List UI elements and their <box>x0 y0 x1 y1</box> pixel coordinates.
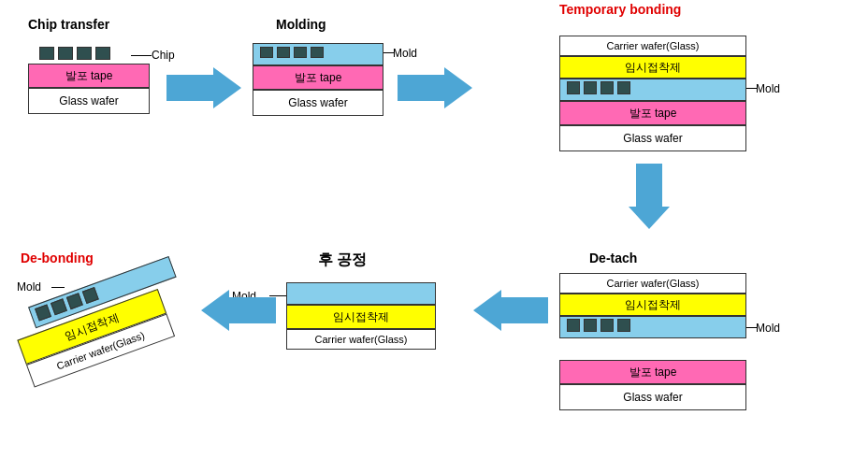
chip-transfer-title: Chip transfer <box>28 17 109 32</box>
hg-adhesive-layer: 임시접착제 <box>286 305 436 329</box>
dt-adhesive-layer: 임시접착제 <box>559 294 746 316</box>
svg-marker-2 <box>629 164 670 229</box>
arrow-2 <box>398 67 472 108</box>
arrow-left-1 <box>427 290 548 331</box>
chip-3 <box>77 47 92 60</box>
dt-chip-4 <box>617 319 630 332</box>
db-chip-1 <box>35 305 51 322</box>
arrow-down <box>629 164 670 229</box>
tb-mold-label: Mold <box>756 82 780 95</box>
hg-mold-layer <box>286 282 436 305</box>
ct-glass-layer: Glass wafer <box>28 88 150 114</box>
arrow-1 <box>166 67 241 108</box>
mol-foam-layer: 발포 tape <box>253 65 383 90</box>
de-bonding-title: De-bonding <box>21 251 94 265</box>
tb-adhesive-layer: 임시접착제 <box>559 56 746 79</box>
mol-chips <box>260 47 324 58</box>
mol-chip-1 <box>260 47 273 58</box>
tb-chip-3 <box>600 81 614 94</box>
dt-foam-layer: 발포 tape <box>559 360 746 384</box>
mol-mold-pointer <box>383 52 395 53</box>
arrow-left-2 <box>173 290 276 331</box>
process-diagram: Chip transfer Chip 발포 tape Glass wafer M… <box>0 0 868 473</box>
dt-chips <box>567 319 630 332</box>
db-chip-4 <box>82 287 99 304</box>
tb-glass-layer: Glass wafer <box>559 125 746 151</box>
dt-mold-label: Mold <box>756 322 780 335</box>
chip-pointer-line <box>131 55 152 56</box>
molding-title: Molding <box>276 17 326 32</box>
svg-marker-3 <box>473 290 548 331</box>
mol-chip-2 <box>277 47 290 58</box>
db-chip-2 <box>51 298 67 315</box>
chip-2 <box>58 47 73 60</box>
de-tach-title: De-tach <box>589 251 637 265</box>
svg-marker-0 <box>166 67 241 108</box>
chip-label: Chip <box>152 49 175 62</box>
mol-chip-4 <box>311 47 324 58</box>
tb-chip-1 <box>567 81 580 94</box>
tb-carrier-layer: Carrier wafer(Glass) <box>559 36 746 56</box>
svg-marker-1 <box>398 67 472 108</box>
chip-squares <box>39 47 110 60</box>
mol-glass-layer: Glass wafer <box>253 90 383 116</box>
dt-glass-layer: Glass wafer <box>559 384 746 410</box>
temp-bonding-title: Temporary bonding <box>559 2 681 17</box>
db-chip-3 <box>66 293 83 309</box>
hu-gongjeong-title: 후 공정 <box>318 251 367 270</box>
dt-mold-pointer <box>746 327 758 328</box>
dt-carrier-layer: Carrier wafer(Glass) <box>559 273 746 294</box>
tb-foam-layer: 발포 tape <box>559 101 746 125</box>
tb-chips <box>567 81 630 94</box>
dt-chip-1 <box>567 319 580 332</box>
db-mold-pointer <box>51 287 65 288</box>
mol-chip-3 <box>294 47 307 58</box>
db-mold-label: Mold <box>17 280 41 294</box>
dt-chip-3 <box>600 319 614 332</box>
svg-marker-4 <box>201 290 276 331</box>
chip-1 <box>39 47 54 60</box>
tb-chip-4 <box>617 81 630 94</box>
hg-carrier-layer: Carrier wafer(Glass) <box>286 329 436 350</box>
tb-mold-pointer <box>746 88 758 89</box>
dt-chip-2 <box>584 319 597 332</box>
mol-mold-label: Mold <box>393 47 417 60</box>
tb-chip-2 <box>584 81 597 94</box>
chip-4 <box>95 47 110 60</box>
ct-foam-layer: 발포 tape <box>28 64 150 88</box>
